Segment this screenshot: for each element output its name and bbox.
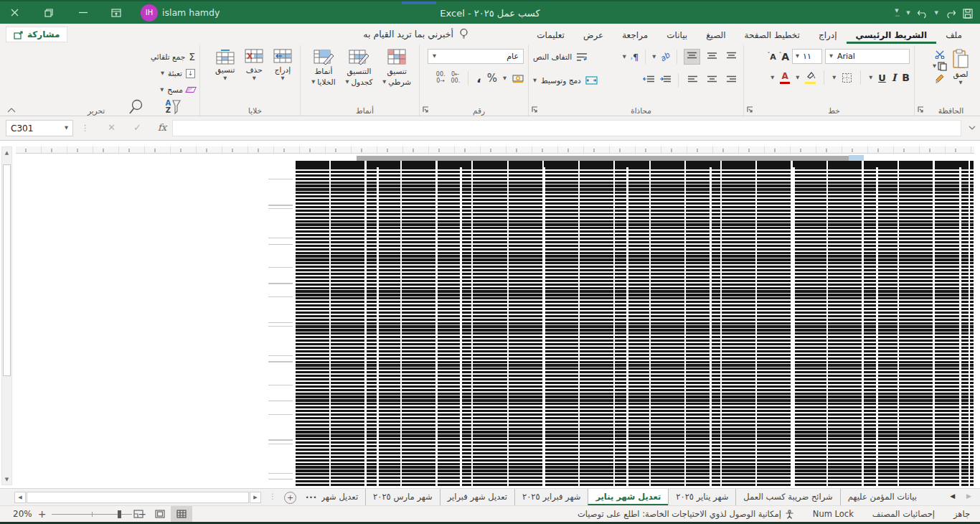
merge-center-dropdown-icon[interactable]: ▼ [533,78,537,83]
enter-icon[interactable]: ✓ [133,122,141,133]
merge-center-label[interactable]: دمج وتوسيط [541,76,581,85]
bold-button[interactable]: B [902,72,910,83]
tab-view[interactable]: عرض [574,25,613,44]
undo-dropdown-icon[interactable]: ▼ [906,11,910,16]
more-sheets-button[interactable]: ... [306,490,317,500]
format-cells-dropdown-icon[interactable]: ▼ [223,76,227,81]
zoom-slider[interactable] [52,509,132,519]
borders-icon[interactable] [842,72,852,83]
add-sheet-button[interactable]: + [284,492,296,504]
number-dialog-launcher-icon[interactable] [422,106,429,113]
sheet-tab-insured-data[interactable]: بيانات المؤمن عليهم [840,489,924,505]
fill-color-dropdown-icon[interactable]: ▼ [796,75,799,80]
clear-button[interactable]: مسح ▼ [13,83,195,97]
number-format-dropdown-icon[interactable]: ▼ [433,54,436,59]
redo-dropdown-icon[interactable]: ▼ [935,11,938,16]
tab-review[interactable]: مراجعة [613,25,657,44]
highlighted-cell[interactable] [849,155,864,161]
tell-me-box[interactable]: أخبرني بما تريد القيام به [293,28,468,39]
hscroll-right-icon[interactable]: ▶ [250,492,261,503]
format-cells-button[interactable]: تنسيق ▼ [212,47,238,83]
align-center-icon[interactable] [705,73,720,88]
wrap-text-label[interactable]: التفاف النص [533,52,572,61]
cell-styles-button[interactable]: أنماط الخلايا▼ [308,47,339,89]
insert-cells-dropdown-icon[interactable]: ▼ [281,76,285,81]
share-button[interactable]: مشاركة [6,27,67,42]
font-size-combo[interactable]: ▼ ١١ [792,49,822,64]
redo-icon[interactable] [945,9,956,19]
restore-button[interactable] [34,1,63,24]
number-format-combo[interactable]: عام ▼ [428,49,524,64]
tab-data[interactable]: بيانات [657,25,697,44]
accounting-dropdown-icon[interactable]: ▼ [503,76,507,81]
save-icon[interactable] [963,9,973,19]
underline-button[interactable]: U [878,73,886,83]
copy-dropdown-icon[interactable]: ▼ [933,64,936,69]
borders-dropdown-icon[interactable]: ▼ [832,75,836,80]
underline-dropdown-icon[interactable]: ▼ [869,75,872,80]
page-layout-view-icon[interactable] [149,506,171,522]
insert-function-icon[interactable]: fx [158,122,166,133]
scroll-down-icon[interactable]: ▼ [2,474,11,485]
align-right-icon[interactable] [724,73,739,88]
tab-help[interactable]: تعليمات [527,25,574,44]
zoom-slider-handle[interactable] [118,510,121,518]
tab-home[interactable]: الشريط الرئيسي [847,25,937,44]
sheet-tab-february-adjust[interactable]: تعديل شهر فبراير [440,489,514,505]
collapse-ribbon-icon[interactable] [7,108,16,113]
align-bottom-icon[interactable] [684,49,700,65]
italic-button[interactable]: I [892,72,897,83]
font-name-dropdown-icon[interactable]: ▼ [829,54,833,59]
sheet-tab-january[interactable]: شهر يناير ٢٠٢٥ [668,489,735,505]
avatar[interactable]: IH [141,4,158,22]
clipboard-dialog-launcher-icon[interactable] [917,106,924,113]
align-left-icon[interactable] [685,73,700,88]
font-size-dropdown-icon[interactable]: ▼ [796,54,799,59]
accessibility-status[interactable]: إمكانية الوصول لذوي الاحتياجات الخاصة: ا… [578,509,794,519]
zoom-in-icon[interactable]: + [38,508,47,520]
alignment-dialog-launcher-icon[interactable] [531,106,538,113]
comma-style-icon[interactable]: ، [476,71,481,85]
increase-font-icon[interactable]: Aˆ [779,52,789,62]
scroll-up-icon[interactable]: ▲ [2,147,11,158]
column-headers[interactable] [16,146,974,154]
accounting-format-icon[interactable] [512,73,524,83]
vertical-scrollbar[interactable]: ▲ ▼ [1,146,12,485]
decrease-indent-icon[interactable] [659,75,672,85]
ribbon-display-options-icon[interactable] [102,1,131,24]
conditional-formatting-dropdown-icon[interactable]: ▼ [382,80,386,85]
delete-cells-button[interactable]: حذف ▼ [241,47,267,83]
format-as-table-button[interactable]: التنسيق كجدول▼ [341,47,376,89]
tab-nav-left-icon[interactable]: ◀ [950,492,955,500]
fill-color-icon[interactable] [805,71,816,84]
increase-decimal-icon[interactable]: ←0.00 [451,72,461,85]
formula-input[interactable] [172,120,961,136]
sheet-tab-march[interactable]: شهر مارس ٢٠٢٥ [365,489,440,505]
orientation-dropdown-icon[interactable]: ▼ [652,55,656,60]
undo-icon[interactable] [917,9,928,19]
align-middle-icon[interactable] [705,50,720,64]
fill-dropdown-icon[interactable]: ▼ [161,71,164,76]
cancel-icon[interactable]: ✕ [108,122,116,133]
workbook-statistics[interactable]: إحصائيات المصنف [872,509,935,519]
close-button[interactable] [0,1,29,24]
cell-styles-dropdown-icon[interactable]: ▼ [311,80,315,85]
zoom-level[interactable]: 20% [13,509,32,519]
autosum-button[interactable]: Σ جمع تلقائي [13,50,195,64]
text-direction-dropdown-icon[interactable]: ▼ [623,55,626,60]
tab-insert[interactable]: إدراج [809,25,847,44]
vertical-scrollbar-thumb[interactable] [3,164,11,376]
format-as-table-dropdown-icon[interactable]: ▼ [345,80,349,85]
fill-button[interactable]: ↓ تعبئة ▼ [13,66,195,80]
tab-nav-right-icon[interactable]: ▶ [966,492,971,500]
copy-icon[interactable] [938,62,947,71]
font-color-icon[interactable]: A [780,71,790,84]
font-name-combo[interactable]: ▼ Arial [825,49,910,64]
format-painter-icon[interactable] [935,74,945,83]
sheet-tab-tax-brackets[interactable]: شرائح ضريبة كسب العمل [735,489,839,505]
sheet-tab-january-adjust[interactable]: تعديل شهر يناير [588,489,668,505]
tab-page-layout[interactable]: تخطيط الصفحة [735,25,809,44]
font-dialog-launcher-icon[interactable] [746,106,753,113]
expand-formula-bar-icon[interactable] [969,126,976,130]
insert-cells-button[interactable]: إدراج ▼ [270,47,296,83]
